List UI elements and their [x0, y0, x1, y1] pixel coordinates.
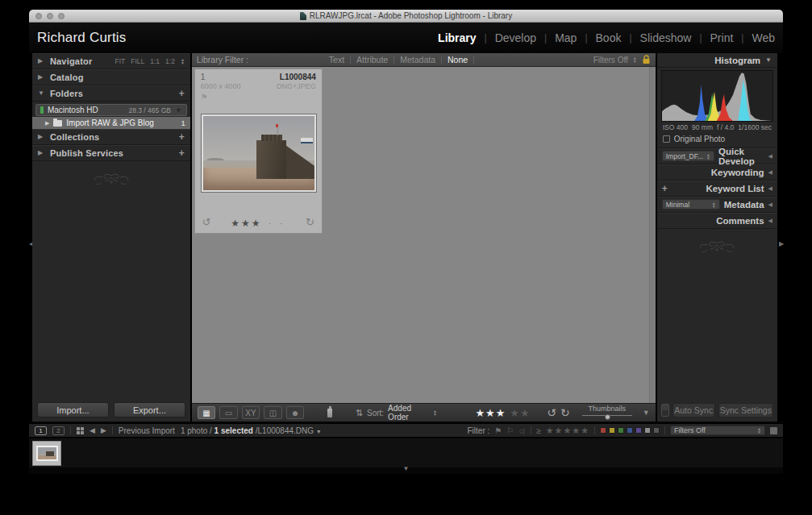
navigator-section-header[interactable]: ▶ Navigator FIT FILL 1:1 1:2 ▲▼ — [32, 53, 190, 69]
survey-view-icon[interactable]: ◫ — [264, 406, 281, 419]
secondary-window-button-1[interactable]: 1 — [35, 426, 47, 435]
grid-scrollbar[interactable] — [649, 67, 656, 403]
collections-section-header[interactable]: ▶ Collections + — [32, 129, 190, 145]
rating-threshold[interactable]: ≥ — [536, 426, 541, 435]
module-develop[interactable]: Develop — [495, 31, 536, 44]
filmstrip-collapse-icon[interactable]: ▼ — [403, 465, 410, 472]
zoom-fit[interactable]: FIT — [115, 57, 125, 65]
sort-value-dropdown[interactable]: Added Order — [388, 404, 429, 422]
loupe-view-icon[interactable]: ▭ — [219, 406, 237, 419]
zoom-1-1[interactable]: 1:1 — [150, 57, 160, 65]
filter-option-text[interactable]: Text — [329, 55, 344, 64]
flag-reject-icon[interactable]: ⚐ — [518, 426, 526, 435]
quick-develop-section-header[interactable]: Import_DF... ▲▼ Quick Develop ◀ — [657, 148, 777, 164]
color-filter-yellow[interactable] — [609, 427, 615, 434]
filmstrip-thumbnail-selected[interactable] — [32, 441, 61, 466]
go-to-grid-icon[interactable] — [77, 427, 84, 434]
rotate-cw-icon[interactable]: ↻ — [560, 406, 570, 419]
keyword-list-section-header[interactable]: + Keyword List ◀ — [657, 181, 777, 197]
sort-direction-icon[interactable]: ⇅ — [356, 408, 363, 418]
toolbar-rating-empty[interactable]: ★★ — [510, 407, 530, 419]
module-slideshow[interactable]: Slideshow — [640, 31, 692, 44]
filmstrip-source-label[interactable]: Previous Import — [119, 426, 175, 435]
grid-cell-selected[interactable]: 1 L1000844 6000 x 4000 DNG+JPEG ⚑ — [194, 69, 323, 234]
slider-knob[interactable] — [605, 414, 610, 420]
previous-photo-icon[interactable]: ◀ — [90, 426, 95, 434]
original-photo-checkbox[interactable] — [663, 135, 670, 143]
auto-sync-toggle[interactable] — [661, 404, 669, 417]
auto-sync-button[interactable]: Auto Sync — [673, 403, 715, 417]
module-print[interactable]: Print — [710, 31, 734, 44]
rotate-ccw-icon[interactable]: ↺ — [202, 218, 211, 226]
cell-rating-stars[interactable]: ★★★ — [231, 218, 261, 229]
photo-thumbnail[interactable] — [202, 114, 316, 192]
keywording-section-header[interactable]: Keywording ◀ — [657, 164, 777, 181]
filter-option-metadata[interactable]: Metadata — [400, 55, 435, 64]
next-photo-icon[interactable]: ▶ — [101, 426, 106, 434]
color-filter-green[interactable] — [618, 427, 624, 434]
flag-status-icon[interactable]: ⚑ — [201, 93, 316, 102]
grid-view-area[interactable]: 1 L1000844 6000 x 4000 DNG+JPEG ⚑ — [192, 67, 656, 403]
filmstrip-selection-info[interactable]: 1 photo / 1 selected /L1000844.DNG ▼ — [181, 426, 322, 435]
rotate-cw-icon[interactable]: ↻ — [306, 218, 314, 226]
export-button[interactable]: Export... — [114, 402, 185, 417]
selection-dropdown-icon[interactable]: ▼ — [316, 429, 322, 434]
comments-section-header[interactable]: Comments ◀ — [657, 213, 777, 229]
toolbar-options-chevron-icon[interactable]: ▼ — [643, 409, 650, 417]
panel-collapse-icon[interactable]: ◀ — [768, 218, 772, 224]
panel-collapse-icon[interactable]: ◀ — [768, 201, 772, 208]
color-filter-purple[interactable] — [635, 427, 642, 434]
cell-rating-dots[interactable]: · · — [269, 219, 285, 228]
metadata-preset-dropdown[interactable]: Minimal ▲▼ — [662, 199, 720, 210]
filter-option-none[interactable]: None — [448, 55, 468, 64]
stepper-icon[interactable]: ▲▼ — [633, 56, 637, 63]
folder-row-import-raw-jpg-blog[interactable]: ▶ Import RAW & JPG Blog 1 — [32, 117, 190, 129]
add-collection-button[interactable]: + — [179, 131, 185, 143]
histogram-section-header[interactable]: Histogram ▼ — [657, 53, 777, 68]
zoom-stepper-icon[interactable]: ▲▼ — [181, 58, 185, 64]
module-web[interactable]: Web — [752, 31, 775, 44]
folders-section-header[interactable]: ▼ Folders + — [32, 85, 190, 102]
panel-collapse-icon[interactable]: ◀ — [768, 169, 772, 176]
zoom-fill[interactable]: FILL — [131, 57, 144, 65]
filter-option-attribute[interactable]: Attribute — [356, 55, 388, 64]
color-filter-custom[interactable] — [653, 427, 660, 434]
add-folder-button[interactable]: + — [179, 88, 185, 99]
catalog-section-header[interactable]: ▶ Catalog — [32, 69, 190, 85]
module-book[interactable]: Book — [596, 31, 622, 44]
filmstrip[interactable] — [29, 438, 783, 467]
import-button[interactable]: Import... — [37, 402, 109, 417]
filmstrip-filter-preset-dropdown[interactable]: Filters Off ▲▼ — [670, 426, 765, 435]
rating-filter-stars[interactable]: ★★★★★ — [546, 426, 589, 436]
color-filter-none[interactable] — [644, 427, 651, 434]
flag-pick-icon[interactable]: ⚑ — [494, 426, 502, 435]
filter-toggle-icon[interactable] — [770, 427, 777, 434]
sync-settings-button[interactable]: Sync Settings — [718, 403, 773, 417]
panel-collapse-icon[interactable]: ◀ — [768, 153, 772, 160]
publish-services-section-header[interactable]: ▶ Publish Services + — [32, 145, 190, 161]
painter-spray-icon[interactable] — [327, 409, 332, 417]
panel-collapse-icon[interactable]: ◀ — [768, 185, 772, 192]
stepper-icon[interactable]: ▲▼ — [433, 409, 437, 416]
color-filter-blue[interactable] — [627, 427, 633, 434]
module-map[interactable]: Map — [555, 31, 577, 44]
secondary-window-button-2[interactable]: 2 — [52, 426, 65, 435]
grid-view-icon[interactable]: ▦ — [198, 406, 215, 419]
collapse-right-panel-icon[interactable]: ▶ — [779, 240, 784, 247]
rotate-ccw-icon[interactable]: ↺ — [547, 406, 556, 419]
zoom-1-2[interactable]: 1:2 — [165, 57, 175, 65]
add-publish-service-button[interactable]: + — [179, 147, 185, 159]
compare-view-icon[interactable]: XY — [242, 406, 260, 419]
volume-disclosure-icon[interactable]: ▼ — [175, 106, 182, 114]
filter-preset-dropdown[interactable]: Filters Off — [593, 56, 628, 64]
metadata-section-header[interactable]: Minimal ▲▼ Metadata ◀ — [657, 197, 777, 213]
thumbnail-size-slider[interactable] — [582, 413, 632, 421]
quick-develop-preset-dropdown[interactable]: Import_DF... ▲▼ — [662, 151, 714, 161]
volume-row[interactable]: Macintosh HD 28.3 / 465 GB ▼ — [35, 104, 187, 116]
disclosure-right-icon[interactable]: ▶ — [45, 120, 49, 127]
filter-lock-icon[interactable] — [642, 55, 651, 64]
flag-unflagged-icon[interactable]: ⚐ — [506, 426, 514, 435]
add-keyword-button[interactable]: + — [662, 183, 668, 194]
toolbar-rating-filled[interactable]: ★★★ — [475, 407, 506, 419]
color-filter-red[interactable] — [600, 427, 606, 434]
